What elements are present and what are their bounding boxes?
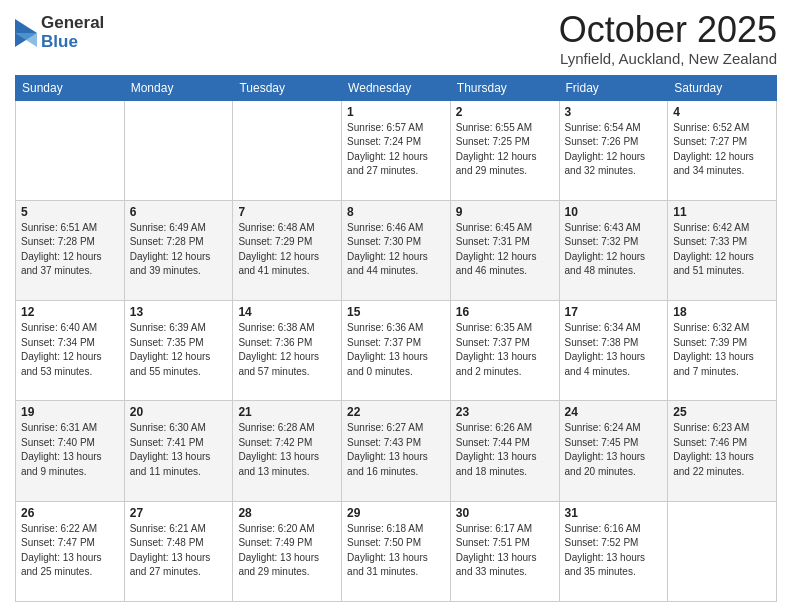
calendar-cell: 20Sunrise: 6:30 AM Sunset: 7:41 PM Dayli… bbox=[124, 401, 233, 501]
day-info: Sunrise: 6:49 AM Sunset: 7:28 PM Dayligh… bbox=[130, 221, 228, 279]
day-info: Sunrise: 6:55 AM Sunset: 7:25 PM Dayligh… bbox=[456, 121, 554, 179]
day-info: Sunrise: 6:34 AM Sunset: 7:38 PM Dayligh… bbox=[565, 321, 663, 379]
day-info: Sunrise: 6:21 AM Sunset: 7:48 PM Dayligh… bbox=[130, 522, 228, 580]
day-number: 13 bbox=[130, 305, 228, 319]
day-info: Sunrise: 6:38 AM Sunset: 7:36 PM Dayligh… bbox=[238, 321, 336, 379]
day-info: Sunrise: 6:28 AM Sunset: 7:42 PM Dayligh… bbox=[238, 421, 336, 479]
calendar-cell: 4Sunrise: 6:52 AM Sunset: 7:27 PM Daylig… bbox=[668, 100, 777, 200]
calendar-cell: 21Sunrise: 6:28 AM Sunset: 7:42 PM Dayli… bbox=[233, 401, 342, 501]
day-number: 11 bbox=[673, 205, 771, 219]
day-number: 19 bbox=[21, 405, 119, 419]
calendar-cell: 2Sunrise: 6:55 AM Sunset: 7:25 PM Daylig… bbox=[450, 100, 559, 200]
calendar-cell: 25Sunrise: 6:23 AM Sunset: 7:46 PM Dayli… bbox=[668, 401, 777, 501]
day-info: Sunrise: 6:30 AM Sunset: 7:41 PM Dayligh… bbox=[130, 421, 228, 479]
day-info: Sunrise: 6:17 AM Sunset: 7:51 PM Dayligh… bbox=[456, 522, 554, 580]
calendar-table: Sunday Monday Tuesday Wednesday Thursday… bbox=[15, 75, 777, 602]
calendar-cell: 12Sunrise: 6:40 AM Sunset: 7:34 PM Dayli… bbox=[16, 301, 125, 401]
calendar-cell bbox=[668, 501, 777, 601]
day-info: Sunrise: 6:16 AM Sunset: 7:52 PM Dayligh… bbox=[565, 522, 663, 580]
day-info: Sunrise: 6:48 AM Sunset: 7:29 PM Dayligh… bbox=[238, 221, 336, 279]
calendar-cell: 10Sunrise: 6:43 AM Sunset: 7:32 PM Dayli… bbox=[559, 200, 668, 300]
day-number: 1 bbox=[347, 105, 445, 119]
calendar-cell: 14Sunrise: 6:38 AM Sunset: 7:36 PM Dayli… bbox=[233, 301, 342, 401]
calendar-cell: 6Sunrise: 6:49 AM Sunset: 7:28 PM Daylig… bbox=[124, 200, 233, 300]
day-info: Sunrise: 6:32 AM Sunset: 7:39 PM Dayligh… bbox=[673, 321, 771, 379]
day-info: Sunrise: 6:57 AM Sunset: 7:24 PM Dayligh… bbox=[347, 121, 445, 179]
week-row-1: 1Sunrise: 6:57 AM Sunset: 7:24 PM Daylig… bbox=[16, 100, 777, 200]
day-number: 17 bbox=[565, 305, 663, 319]
day-number: 18 bbox=[673, 305, 771, 319]
calendar-cell: 15Sunrise: 6:36 AM Sunset: 7:37 PM Dayli… bbox=[342, 301, 451, 401]
calendar-cell: 26Sunrise: 6:22 AM Sunset: 7:47 PM Dayli… bbox=[16, 501, 125, 601]
calendar-cell: 28Sunrise: 6:20 AM Sunset: 7:49 PM Dayli… bbox=[233, 501, 342, 601]
day-number: 26 bbox=[21, 506, 119, 520]
day-number: 15 bbox=[347, 305, 445, 319]
day-number: 29 bbox=[347, 506, 445, 520]
day-number: 28 bbox=[238, 506, 336, 520]
calendar-cell: 30Sunrise: 6:17 AM Sunset: 7:51 PM Dayli… bbox=[450, 501, 559, 601]
location: Lynfield, Auckland, New Zealand bbox=[559, 50, 777, 67]
calendar-cell: 1Sunrise: 6:57 AM Sunset: 7:24 PM Daylig… bbox=[342, 100, 451, 200]
col-friday: Friday bbox=[559, 75, 668, 100]
calendar-cell: 8Sunrise: 6:46 AM Sunset: 7:30 PM Daylig… bbox=[342, 200, 451, 300]
day-number: 16 bbox=[456, 305, 554, 319]
day-number: 7 bbox=[238, 205, 336, 219]
day-info: Sunrise: 6:46 AM Sunset: 7:30 PM Dayligh… bbox=[347, 221, 445, 279]
calendar-cell: 3Sunrise: 6:54 AM Sunset: 7:26 PM Daylig… bbox=[559, 100, 668, 200]
day-number: 21 bbox=[238, 405, 336, 419]
logo: General Blue bbox=[15, 14, 104, 51]
day-info: Sunrise: 6:35 AM Sunset: 7:37 PM Dayligh… bbox=[456, 321, 554, 379]
calendar-cell: 18Sunrise: 6:32 AM Sunset: 7:39 PM Dayli… bbox=[668, 301, 777, 401]
day-number: 31 bbox=[565, 506, 663, 520]
header: General Blue October 2025 Lynfield, Auck… bbox=[15, 10, 777, 67]
calendar-cell: 17Sunrise: 6:34 AM Sunset: 7:38 PM Dayli… bbox=[559, 301, 668, 401]
logo-blue: Blue bbox=[41, 33, 104, 52]
day-info: Sunrise: 6:43 AM Sunset: 7:32 PM Dayligh… bbox=[565, 221, 663, 279]
day-info: Sunrise: 6:26 AM Sunset: 7:44 PM Dayligh… bbox=[456, 421, 554, 479]
day-info: Sunrise: 6:31 AM Sunset: 7:40 PM Dayligh… bbox=[21, 421, 119, 479]
calendar-cell: 24Sunrise: 6:24 AM Sunset: 7:45 PM Dayli… bbox=[559, 401, 668, 501]
col-tuesday: Tuesday bbox=[233, 75, 342, 100]
calendar-cell: 11Sunrise: 6:42 AM Sunset: 7:33 PM Dayli… bbox=[668, 200, 777, 300]
col-wednesday: Wednesday bbox=[342, 75, 451, 100]
day-number: 8 bbox=[347, 205, 445, 219]
day-number: 12 bbox=[21, 305, 119, 319]
week-row-2: 5Sunrise: 6:51 AM Sunset: 7:28 PM Daylig… bbox=[16, 200, 777, 300]
col-saturday: Saturday bbox=[668, 75, 777, 100]
day-number: 20 bbox=[130, 405, 228, 419]
day-number: 30 bbox=[456, 506, 554, 520]
logo-icon bbox=[15, 19, 37, 47]
day-info: Sunrise: 6:51 AM Sunset: 7:28 PM Dayligh… bbox=[21, 221, 119, 279]
day-number: 23 bbox=[456, 405, 554, 419]
page: General Blue October 2025 Lynfield, Auck… bbox=[0, 0, 792, 612]
day-info: Sunrise: 6:23 AM Sunset: 7:46 PM Dayligh… bbox=[673, 421, 771, 479]
calendar-cell: 22Sunrise: 6:27 AM Sunset: 7:43 PM Dayli… bbox=[342, 401, 451, 501]
calendar-cell: 27Sunrise: 6:21 AM Sunset: 7:48 PM Dayli… bbox=[124, 501, 233, 601]
day-info: Sunrise: 6:42 AM Sunset: 7:33 PM Dayligh… bbox=[673, 221, 771, 279]
col-sunday: Sunday bbox=[16, 75, 125, 100]
day-number: 24 bbox=[565, 405, 663, 419]
calendar-cell: 7Sunrise: 6:48 AM Sunset: 7:29 PM Daylig… bbox=[233, 200, 342, 300]
week-row-5: 26Sunrise: 6:22 AM Sunset: 7:47 PM Dayli… bbox=[16, 501, 777, 601]
calendar-cell: 16Sunrise: 6:35 AM Sunset: 7:37 PM Dayli… bbox=[450, 301, 559, 401]
calendar-cell: 23Sunrise: 6:26 AM Sunset: 7:44 PM Dayli… bbox=[450, 401, 559, 501]
day-number: 5 bbox=[21, 205, 119, 219]
day-info: Sunrise: 6:39 AM Sunset: 7:35 PM Dayligh… bbox=[130, 321, 228, 379]
header-row: Sunday Monday Tuesday Wednesday Thursday… bbox=[16, 75, 777, 100]
day-info: Sunrise: 6:24 AM Sunset: 7:45 PM Dayligh… bbox=[565, 421, 663, 479]
day-info: Sunrise: 6:54 AM Sunset: 7:26 PM Dayligh… bbox=[565, 121, 663, 179]
calendar-cell: 13Sunrise: 6:39 AM Sunset: 7:35 PM Dayli… bbox=[124, 301, 233, 401]
day-info: Sunrise: 6:18 AM Sunset: 7:50 PM Dayligh… bbox=[347, 522, 445, 580]
day-info: Sunrise: 6:36 AM Sunset: 7:37 PM Dayligh… bbox=[347, 321, 445, 379]
day-number: 4 bbox=[673, 105, 771, 119]
calendar-cell: 31Sunrise: 6:16 AM Sunset: 7:52 PM Dayli… bbox=[559, 501, 668, 601]
day-info: Sunrise: 6:40 AM Sunset: 7:34 PM Dayligh… bbox=[21, 321, 119, 379]
day-info: Sunrise: 6:20 AM Sunset: 7:49 PM Dayligh… bbox=[238, 522, 336, 580]
calendar-cell bbox=[16, 100, 125, 200]
day-number: 14 bbox=[238, 305, 336, 319]
day-number: 27 bbox=[130, 506, 228, 520]
title-block: October 2025 Lynfield, Auckland, New Zea… bbox=[559, 10, 777, 67]
day-info: Sunrise: 6:27 AM Sunset: 7:43 PM Dayligh… bbox=[347, 421, 445, 479]
day-number: 22 bbox=[347, 405, 445, 419]
calendar-cell: 5Sunrise: 6:51 AM Sunset: 7:28 PM Daylig… bbox=[16, 200, 125, 300]
